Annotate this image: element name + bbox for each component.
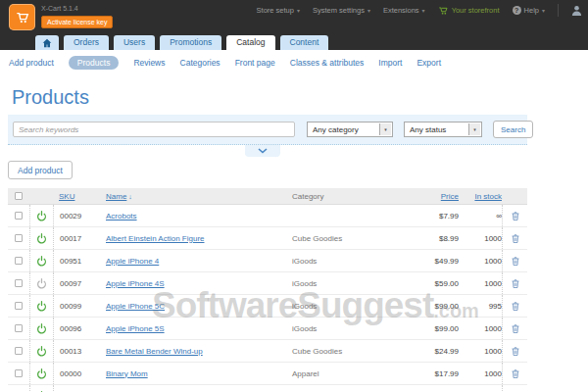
user-account-icon[interactable] xyxy=(571,5,582,16)
chevron-down-icon: ▾ xyxy=(542,8,545,14)
product-category: Cube Goodies xyxy=(292,340,402,362)
product-category: iGoods xyxy=(292,272,402,294)
table-row: 00000 Binary Mom Apparel $17.99 1000 xyxy=(8,363,527,385)
tab-orders[interactable]: Orders xyxy=(64,35,109,50)
row-checkbox[interactable] xyxy=(15,279,23,287)
power-on-icon[interactable] xyxy=(36,256,47,267)
product-category: iGoods xyxy=(292,250,402,271)
product-price: $59.00 xyxy=(402,272,459,294)
subnav-reviews[interactable]: Reviews xyxy=(133,58,165,68)
sort-price[interactable]: Price xyxy=(441,192,459,201)
row-checkbox[interactable] xyxy=(15,347,23,355)
add-product-button[interactable]: Add product xyxy=(8,161,73,179)
delete-icon[interactable] xyxy=(511,278,520,289)
tab-users[interactable]: Users xyxy=(114,35,155,50)
product-name-link[interactable]: Acrobots xyxy=(106,212,137,220)
delete-icon[interactable] xyxy=(511,211,520,221)
chevron-down-icon: ▾ xyxy=(368,8,370,14)
subnav-import[interactable]: Import xyxy=(378,58,402,68)
select-arrow-icon: ▾ xyxy=(468,123,480,135)
table-row: 00097 Apple iPhone 4S iGoods $59.00 1000 xyxy=(8,272,527,295)
delete-icon[interactable] xyxy=(511,233,520,244)
product-price: $8.99 xyxy=(402,227,459,249)
storefront-cart-icon xyxy=(438,6,449,16)
table-row-partial xyxy=(8,385,527,392)
table-row: 00017 Albert Einstein Action Figure Cube… xyxy=(8,227,527,250)
subnav-categories[interactable]: Categories xyxy=(180,58,220,68)
product-category xyxy=(292,205,402,226)
product-price: $17.99 xyxy=(402,363,459,384)
row-checkbox[interactable] xyxy=(15,212,23,220)
product-name-link[interactable]: Albert Einstein Action Figure xyxy=(106,234,205,243)
subnav-front-page[interactable]: Front page xyxy=(235,58,275,68)
power-on-icon[interactable] xyxy=(36,211,47,221)
delete-icon[interactable] xyxy=(511,323,520,334)
product-stock: 1000 xyxy=(459,272,502,294)
app-version: X-Cart 5.1.4 xyxy=(41,5,78,12)
sort-name[interactable]: Name xyxy=(106,192,126,201)
help-icon: ? xyxy=(513,6,521,15)
delete-icon[interactable] xyxy=(511,256,520,267)
menu-extensions[interactable]: Extensions ▾ xyxy=(383,6,425,15)
product-name-link[interactable]: Apple iPhone 5C xyxy=(106,302,165,311)
product-name-link[interactable]: Binary Mom xyxy=(106,369,148,378)
row-checkbox[interactable] xyxy=(15,234,23,242)
delete-icon[interactable] xyxy=(511,301,520,312)
row-checkbox[interactable] xyxy=(15,257,23,265)
sort-sku[interactable]: SKU xyxy=(59,192,74,201)
select-all-checkbox[interactable] xyxy=(15,192,23,200)
table-row: 00029 Acrobots $7.99 ∞ xyxy=(8,205,527,227)
menu-help[interactable]: ? Help ▾ xyxy=(513,6,545,15)
tab-promotions[interactable]: Promotions xyxy=(160,35,221,50)
product-sku: 00097 xyxy=(53,272,104,294)
row-checkbox[interactable] xyxy=(15,302,23,310)
power-off-icon[interactable] xyxy=(36,278,47,289)
search-input[interactable] xyxy=(13,122,295,137)
product-name-link[interactable]: Apple iPhone 4S xyxy=(106,279,165,288)
product-category: iGoods xyxy=(292,295,402,317)
product-sku: 00096 xyxy=(53,318,104,339)
row-checkbox[interactable] xyxy=(15,324,23,332)
subnav-export[interactable]: Export xyxy=(416,58,441,68)
delete-icon[interactable] xyxy=(511,368,520,379)
product-name-link[interactable]: Apple iPhone 4 xyxy=(106,257,159,266)
product-name-link[interactable]: Apple iPhone 5S xyxy=(106,324,165,333)
tab-content[interactable]: Content xyxy=(280,35,329,50)
subnav-classes-attributes[interactable]: Classes & attributes xyxy=(290,58,365,68)
your-storefront-link[interactable]: Your storefront xyxy=(438,6,500,16)
table-row: 00013 Bare Metal Bender Wind-up Cube Goo… xyxy=(8,340,527,363)
table-row: 00951 Apple iPhone 4 iGoods $49.99 1000 xyxy=(8,250,527,272)
category-select[interactable]: Any category ▾ xyxy=(307,122,393,137)
menu-system-settings[interactable]: System settings ▾ xyxy=(313,6,370,15)
menu-store-setup[interactable]: Store setup ▾ xyxy=(257,6,300,15)
product-stock: 1000 xyxy=(459,340,502,362)
subnav-add-product[interactable]: Add product xyxy=(9,58,54,68)
search-button[interactable]: Search xyxy=(493,121,533,138)
chevron-down-icon: ▾ xyxy=(422,8,425,14)
sort-desc-icon: ↓ xyxy=(128,193,132,200)
cart-logo-icon xyxy=(15,10,30,25)
power-on-icon[interactable] xyxy=(36,233,47,244)
xcart-logo[interactable] xyxy=(9,4,35,30)
power-on-icon[interactable] xyxy=(36,368,47,379)
power-on-icon[interactable] xyxy=(36,323,47,334)
subnav-products[interactable]: Products xyxy=(69,56,120,70)
activate-license-button[interactable]: Activate license key xyxy=(41,16,113,28)
tab-catalog[interactable]: Catalog xyxy=(226,35,274,50)
product-sku: 00029 xyxy=(53,205,104,226)
product-category: Apparel xyxy=(292,363,402,384)
delete-icon[interactable] xyxy=(511,346,520,357)
product-category: Cube Goodies xyxy=(292,227,402,249)
tab-home[interactable] xyxy=(35,35,59,50)
chevron-down-icon xyxy=(258,148,268,154)
home-icon xyxy=(42,38,52,48)
search-options-expander[interactable] xyxy=(245,145,280,157)
menu-divider xyxy=(558,4,559,17)
product-name-link[interactable]: Bare Metal Bender Wind-up xyxy=(106,347,203,356)
status-select[interactable]: Any status ▾ xyxy=(404,122,482,137)
power-on-icon[interactable] xyxy=(36,346,47,357)
select-arrow-icon: ▾ xyxy=(379,123,391,135)
power-on-icon[interactable] xyxy=(36,301,47,312)
row-checkbox[interactable] xyxy=(15,369,23,377)
sort-in-stock[interactable]: In stock xyxy=(474,192,502,201)
